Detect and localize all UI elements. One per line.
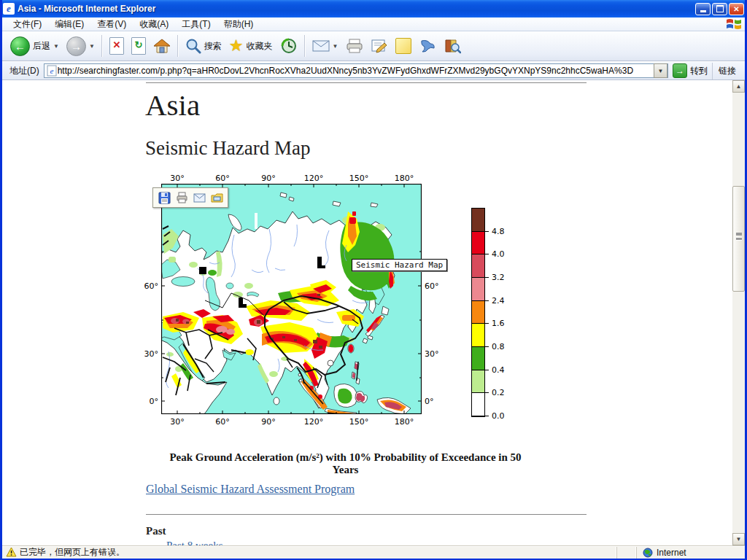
menu-edit[interactable]: 编辑(E): [48, 17, 90, 32]
my-pictures-folder-icon[interactable]: [211, 192, 223, 203]
messenger-button[interactable]: [415, 36, 440, 56]
legend-tick: [471, 277, 489, 278]
scroll-up-button[interactable]: ▲: [732, 80, 745, 93]
print-image-icon[interactable]: [176, 192, 188, 204]
legend-tick: [471, 370, 489, 370]
research-button[interactable]: [440, 36, 465, 56]
edit-icon: [371, 38, 388, 54]
menu-bar: 文件(F) 编辑(E) 查看(V) 收藏(A) 工具(T) 帮助(H): [2, 18, 745, 31]
horizontal-rule: [146, 514, 587, 515]
scroll-thumb[interactable]: [732, 186, 745, 292]
legend-tick: [471, 323, 489, 324]
toolbar-separator: [304, 35, 306, 57]
browser-window: e Asia - Microsoft Internet Explorer ✕ 文…: [0, 0, 747, 560]
forward-dropdown-icon[interactable]: ▼: [89, 43, 95, 50]
legend-tick-label: 0.2: [492, 388, 505, 397]
email-image-icon[interactable]: [193, 193, 206, 203]
go-label: 转到: [690, 65, 708, 77]
image-toolbar: [152, 187, 228, 208]
back-icon: ←: [10, 36, 30, 56]
go-button[interactable]: → 转到: [673, 63, 708, 78]
page-title: Asia: [145, 88, 200, 122]
legend-tick: [471, 392, 489, 393]
page-content: Asia Seismic Hazard Map: [2, 80, 732, 545]
seismic-hazard-map-image[interactable]: [161, 184, 422, 414]
scroll-down-button[interactable]: ▼: [732, 533, 745, 545]
legend-tick: [471, 254, 489, 254]
internet-globe-icon: [643, 548, 653, 558]
favorites-star-icon: ★: [229, 36, 244, 55]
toolbar-separator: [101, 35, 103, 57]
address-label: 地址(D): [9, 65, 39, 77]
menu-view[interactable]: 查看(V): [90, 17, 133, 32]
search-label: 搜索: [204, 40, 222, 52]
edit-button[interactable]: [367, 36, 392, 56]
legend-tick-label: 0.8: [492, 342, 505, 351]
legend-tick-label: 4.0: [492, 249, 505, 259]
home-icon: [153, 38, 171, 54]
minimize-icon: [700, 10, 706, 12]
refresh-button[interactable]: ↻: [128, 35, 150, 57]
legend-tick-label: 4.8: [492, 227, 505, 236]
menu-tools[interactable]: 工具(T): [175, 17, 217, 32]
legend-tick-label: 3.2: [492, 273, 505, 282]
toolbar-separator: [177, 35, 179, 57]
legend-labels: 4.84.03.22.41.60.80.40.20.0: [471, 208, 515, 419]
status-bar: 已完毕，但网页上有错误。 Internet: [2, 545, 745, 560]
vertical-scrollbar[interactable]: ▲ ▼: [732, 80, 745, 545]
menu-favorites[interactable]: 收藏(A): [133, 17, 175, 32]
past-link-partial[interactable]: Past 8 weeks: [166, 540, 223, 545]
mail-icon: [312, 39, 330, 52]
svg-text:e: e: [50, 66, 53, 75]
title-bar: e Asia - Microsoft Internet Explorer ✕: [0, 0, 747, 18]
toolbar: ← 后退 ▼ → ▼ ✕ ↻ 搜索: [2, 31, 745, 61]
go-arrow-icon: →: [673, 63, 687, 78]
messenger-icon: [419, 38, 436, 54]
close-button[interactable]: ✕: [729, 3, 744, 15]
forward-icon: →: [66, 36, 86, 56]
stop-icon: ✕: [109, 37, 124, 55]
back-button[interactable]: ← 后退 ▼: [7, 34, 63, 58]
print-button[interactable]: [342, 36, 367, 56]
favorites-button[interactable]: ★ 收藏夹: [225, 34, 276, 58]
legend-tick: [471, 300, 489, 301]
legend-tick-label: 0.0: [492, 411, 505, 421]
stop-button[interactable]: ✕: [106, 35, 128, 57]
discuss-button[interactable]: [392, 36, 415, 56]
address-input[interactable]: e http://searchingfaster.com/p.php?q=aHR…: [44, 63, 668, 78]
links-toolbar-label[interactable]: 链接: [712, 63, 742, 79]
horizontal-rule: [146, 82, 587, 83]
home-button[interactable]: [150, 36, 174, 56]
menu-help[interactable]: 帮助(H): [217, 17, 260, 32]
scroll-thumb-grip: [736, 235, 742, 238]
back-dropdown-icon[interactable]: ▼: [53, 43, 59, 50]
map-caption: Peak Ground Acceleration (m/s²) with 10%…: [161, 451, 530, 476]
search-button[interactable]: 搜索: [182, 36, 225, 56]
back-label: 后退: [33, 40, 50, 52]
minimize-button[interactable]: [695, 3, 711, 15]
forward-button[interactable]: → ▼: [63, 34, 98, 58]
address-dropdown-icon[interactable]: ▼: [654, 63, 667, 78]
window-title: Asia - Microsoft Internet Explorer: [18, 4, 155, 14]
page-ie-icon: e: [47, 65, 58, 77]
research-icon: [444, 38, 461, 54]
history-button[interactable]: [276, 35, 301, 57]
legend-tick-label: 0.4: [492, 365, 505, 375]
past-heading: Past: [146, 525, 166, 537]
map-latitude-labels-right: 60° 30° 0°: [425, 184, 444, 414]
page-error-warning-icon: [6, 547, 17, 558]
ie-logo-icon: e: [3, 3, 15, 15]
gshap-link[interactable]: Global Seismic Hazard Assessment Program: [146, 483, 355, 496]
map-latitude-labels-left: 60° 30° 0°: [142, 184, 158, 414]
address-bar: 地址(D) e http://searchingfaster.com/p.php…: [2, 62, 745, 80]
windows-flag-throbber-icon: [726, 17, 742, 32]
image-tooltip: Seismic Hazard Map: [352, 259, 447, 271]
save-image-icon[interactable]: [158, 192, 171, 204]
menu-file[interactable]: 文件(F): [7, 17, 48, 32]
mail-button[interactable]: ▼: [309, 37, 342, 55]
legend-tick: [471, 416, 489, 416]
map-longitude-labels-bottom: 30°60° 90°120° 150°180°: [161, 417, 422, 426]
status-text: 已完毕，但网页上有错误。: [20, 546, 125, 559]
restore-button[interactable]: [712, 3, 727, 15]
mail-dropdown-icon[interactable]: ▼: [333, 43, 338, 50]
